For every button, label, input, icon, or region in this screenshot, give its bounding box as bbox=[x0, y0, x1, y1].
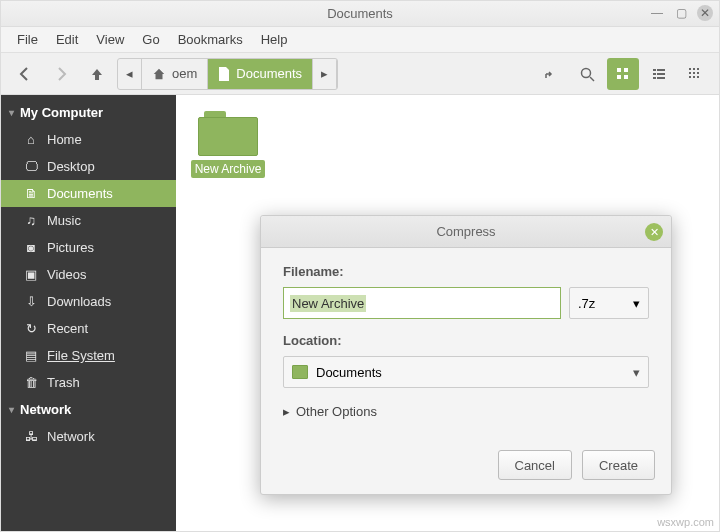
sidebar-item-label: Recent bbox=[47, 321, 88, 336]
svg-rect-18 bbox=[693, 76, 695, 78]
minimize-icon[interactable]: — bbox=[649, 5, 665, 21]
sidebar-item-desktop[interactable]: 🖵Desktop bbox=[1, 153, 176, 180]
window-controls: — ▢ ✕ bbox=[649, 5, 713, 21]
svg-rect-9 bbox=[653, 77, 656, 79]
document-icon bbox=[218, 67, 230, 81]
filename-input[interactable]: New Archive bbox=[283, 287, 561, 319]
cancel-button[interactable]: Cancel bbox=[498, 450, 572, 480]
compress-dialog: Compress ✕ Filename: New Archive .7z ▾ L… bbox=[260, 215, 672, 495]
dialog-close-button[interactable]: ✕ bbox=[645, 223, 663, 241]
toggle-location-button[interactable] bbox=[535, 58, 567, 90]
sidebar-item-home[interactable]: ⌂Home bbox=[1, 126, 176, 153]
svg-rect-13 bbox=[697, 68, 699, 70]
compact-view-button[interactable] bbox=[679, 58, 711, 90]
svg-rect-6 bbox=[657, 69, 665, 71]
extension-select[interactable]: .7z ▾ bbox=[569, 287, 649, 319]
sidebar-item-pictures[interactable]: ◙Pictures bbox=[1, 234, 176, 261]
file-label: New Archive bbox=[191, 160, 266, 178]
path-bar: ◂ oem Documents ▸ bbox=[117, 58, 338, 90]
other-options-expander[interactable]: ▸ Other Options bbox=[283, 404, 649, 419]
sidebar-header-computer[interactable]: ▾ My Computer bbox=[1, 99, 176, 126]
sidebar-item-documents[interactable]: 🗎Documents bbox=[1, 180, 176, 207]
window-title: Documents bbox=[327, 6, 393, 21]
sidebar-item-music[interactable]: ♫Music bbox=[1, 207, 176, 234]
location-select[interactable]: Documents ▾ bbox=[283, 356, 649, 388]
sidebar-item-label: Desktop bbox=[47, 159, 95, 174]
menu-file[interactable]: File bbox=[9, 30, 46, 49]
sidebar-header-network-label: Network bbox=[20, 402, 71, 417]
sidebar-header-computer-label: My Computer bbox=[20, 105, 103, 120]
svg-rect-11 bbox=[689, 68, 691, 70]
search-button[interactable] bbox=[571, 58, 603, 90]
menu-go[interactable]: Go bbox=[134, 30, 167, 49]
file-item[interactable]: New Archive bbox=[192, 111, 264, 178]
sidebar-item-network[interactable]: 🖧Network bbox=[1, 423, 176, 450]
maximize-icon[interactable]: ▢ bbox=[673, 5, 689, 21]
close-icon[interactable]: ✕ bbox=[697, 5, 713, 21]
sidebar-item-downloads[interactable]: ⇩Downloads bbox=[1, 288, 176, 315]
forward-button[interactable] bbox=[45, 58, 77, 90]
svg-rect-10 bbox=[657, 77, 665, 79]
sidebar-item-filesystem[interactable]: ▤File System bbox=[1, 342, 176, 369]
sidebar: ▾ My Computer ⌂Home 🖵Desktop 🗎Documents … bbox=[1, 95, 176, 531]
chevron-right-icon: ▸ bbox=[283, 404, 290, 419]
dialog-footer: Cancel Create bbox=[261, 440, 671, 494]
titlebar: Documents — ▢ ✕ bbox=[1, 1, 719, 27]
menu-bookmarks[interactable]: Bookmarks bbox=[170, 30, 251, 49]
downloads-icon: ⇩ bbox=[23, 294, 39, 309]
menu-view[interactable]: View bbox=[88, 30, 132, 49]
filename-label: Filename: bbox=[283, 264, 649, 279]
network-icon: 🖧 bbox=[23, 429, 39, 444]
chevron-down-icon: ▾ bbox=[9, 404, 14, 415]
svg-rect-12 bbox=[693, 68, 695, 70]
path-home[interactable]: oem bbox=[142, 59, 208, 89]
watermark: wsxwp.com bbox=[657, 516, 714, 528]
svg-point-0 bbox=[582, 68, 591, 77]
svg-rect-2 bbox=[624, 68, 628, 72]
music-icon: ♫ bbox=[23, 213, 39, 228]
path-back-caret[interactable]: ◂ bbox=[118, 59, 142, 89]
trash-icon: 🗑 bbox=[23, 375, 39, 390]
sidebar-item-trash[interactable]: 🗑Trash bbox=[1, 369, 176, 396]
path-forward-caret[interactable]: ▸ bbox=[313, 59, 337, 89]
home-icon: ⌂ bbox=[23, 132, 39, 147]
list-view-button[interactable] bbox=[643, 58, 675, 90]
sidebar-item-label: Pictures bbox=[47, 240, 94, 255]
sidebar-item-label: Documents bbox=[47, 186, 113, 201]
sidebar-item-recent[interactable]: ↻Recent bbox=[1, 315, 176, 342]
sidebar-item-label: Music bbox=[47, 213, 81, 228]
menu-edit[interactable]: Edit bbox=[48, 30, 86, 49]
path-current-label: Documents bbox=[236, 66, 302, 81]
filesystem-icon: ▤ bbox=[23, 348, 39, 363]
path-current[interactable]: Documents bbox=[208, 59, 313, 89]
menu-help[interactable]: Help bbox=[253, 30, 296, 49]
sidebar-item-label: File System bbox=[47, 348, 115, 363]
up-button[interactable] bbox=[81, 58, 113, 90]
svg-rect-4 bbox=[624, 75, 628, 79]
chevron-down-icon: ▾ bbox=[9, 107, 14, 118]
sidebar-header-network[interactable]: ▾ Network bbox=[1, 396, 176, 423]
svg-rect-15 bbox=[693, 72, 695, 74]
svg-rect-17 bbox=[689, 76, 691, 78]
chevron-down-icon: ▾ bbox=[633, 365, 640, 380]
desktop-icon: 🖵 bbox=[23, 159, 39, 174]
back-button[interactable] bbox=[9, 58, 41, 90]
toolbar: ◂ oem Documents ▸ bbox=[1, 53, 719, 95]
svg-rect-19 bbox=[697, 76, 699, 78]
svg-rect-7 bbox=[653, 73, 656, 75]
chevron-down-icon: ▾ bbox=[633, 296, 640, 311]
sidebar-item-label: Trash bbox=[47, 375, 80, 390]
videos-icon: ▣ bbox=[23, 267, 39, 282]
icon-view-button[interactable] bbox=[607, 58, 639, 90]
dialog-title: Compress bbox=[436, 224, 495, 239]
svg-rect-1 bbox=[617, 68, 621, 72]
dialog-body: Filename: New Archive .7z ▾ Location: Do… bbox=[261, 248, 671, 440]
sidebar-item-videos[interactable]: ▣Videos bbox=[1, 261, 176, 288]
path-home-label: oem bbox=[172, 66, 197, 81]
folder-icon bbox=[292, 365, 308, 379]
pictures-icon: ◙ bbox=[23, 240, 39, 255]
document-icon: 🗎 bbox=[23, 186, 39, 201]
create-button[interactable]: Create bbox=[582, 450, 655, 480]
svg-rect-5 bbox=[653, 69, 656, 71]
svg-rect-8 bbox=[657, 73, 665, 75]
